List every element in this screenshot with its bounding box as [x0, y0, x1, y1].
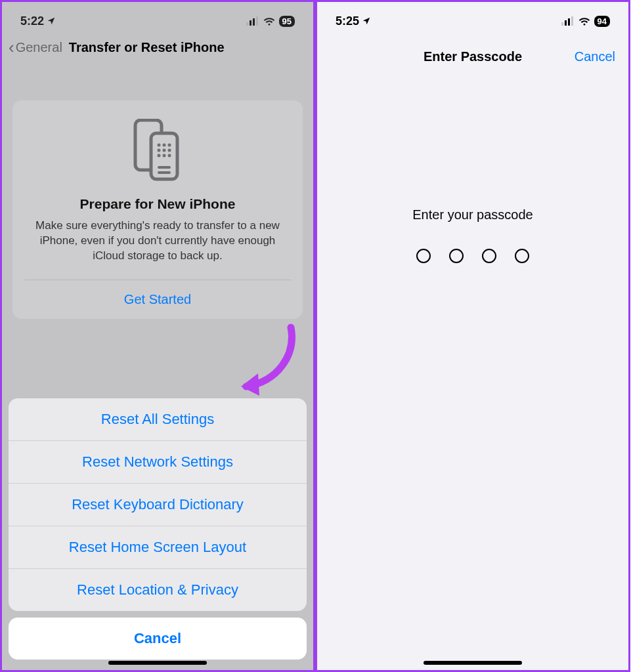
svg-rect-17	[561, 22, 563, 26]
wifi-icon	[578, 16, 590, 26]
back-chevron-icon[interactable]: ‹	[9, 39, 14, 56]
transfer-phones-icon	[131, 119, 184, 182]
get-started-button[interactable]: Get Started	[24, 280, 291, 319]
navigation-bar: ‹ General Transfer or Reset iPhone	[2, 35, 313, 64]
status-time: 5:22	[20, 14, 44, 28]
passcode-dot-4	[515, 249, 529, 263]
passcode-dots	[317, 249, 628, 263]
svg-point-8	[168, 144, 171, 147]
svg-point-11	[168, 149, 171, 152]
passcode-title: Enter Passcode	[424, 49, 522, 64]
wifi-icon	[263, 16, 275, 26]
reset-network-settings-option[interactable]: Reset Network Settings	[9, 440, 307, 483]
reset-home-screen-layout-option[interactable]: Reset Home Screen Layout	[9, 526, 307, 568]
screenshot-left: 5:22 95 ‹ General Transfer or Reset iPho…	[0, 0, 315, 672]
reset-all-settings-option[interactable]: Reset All Settings	[9, 398, 307, 440]
cellular-icon	[561, 16, 575, 26]
passcode-prompt: Enter your passcode	[317, 207, 628, 222]
card-title: Prepare for New iPhone	[24, 196, 291, 212]
cellular-icon	[246, 16, 259, 26]
passcode-dot-2	[449, 249, 464, 263]
home-indicator[interactable]	[108, 661, 207, 665]
status-indicators: 94	[561, 16, 610, 27]
battery-badge: 94	[594, 16, 610, 27]
sheet-options-group: Reset All Settings Reset Network Setting…	[9, 398, 307, 611]
annotation-arrow-icon	[232, 322, 304, 401]
status-time-group: 5:22	[20, 14, 56, 28]
svg-rect-2	[253, 18, 255, 26]
battery-badge: 95	[279, 16, 295, 27]
svg-rect-16	[158, 171, 171, 174]
svg-point-13	[163, 154, 166, 158]
passcode-dot-1	[416, 249, 431, 263]
status-bar: 5:22 95	[2, 2, 313, 35]
cancel-button[interactable]: Cancel	[9, 618, 307, 660]
home-indicator[interactable]	[424, 661, 522, 665]
svg-rect-20	[571, 16, 573, 26]
location-icon	[47, 16, 56, 26]
passcode-header: Enter Passcode Cancel	[317, 35, 628, 79]
svg-rect-18	[565, 20, 567, 26]
status-time: 5:25	[336, 14, 359, 28]
svg-rect-19	[568, 18, 570, 26]
svg-point-7	[163, 144, 166, 147]
status-indicators: 95	[246, 16, 295, 27]
svg-rect-15	[158, 166, 171, 169]
passcode-dot-3	[482, 249, 496, 263]
svg-rect-3	[256, 16, 258, 26]
status-time-group: 5:25	[336, 14, 371, 28]
svg-point-10	[163, 149, 166, 152]
page-title: Transfer or Reset iPhone	[69, 40, 225, 55]
cancel-button[interactable]: Cancel	[575, 49, 615, 64]
reset-keyboard-dictionary-option[interactable]: Reset Keyboard Dictionary	[9, 483, 307, 526]
status-bar: 5:25 94	[317, 2, 628, 35]
svg-rect-0	[246, 22, 248, 26]
svg-point-6	[158, 144, 161, 147]
svg-rect-1	[250, 20, 251, 26]
prepare-card: Prepare for New iPhone Make sure everyth…	[12, 100, 303, 319]
svg-point-12	[158, 154, 161, 158]
svg-point-14	[168, 154, 171, 158]
svg-point-9	[158, 149, 161, 152]
back-button-label[interactable]: General	[16, 40, 62, 55]
location-icon	[362, 16, 371, 26]
screenshot-right: 5:25 94 Enter Passcode Cancel Enter your…	[315, 0, 630, 672]
card-body: Make sure everything's ready to transfer…	[24, 219, 291, 280]
reset-location-privacy-option[interactable]: Reset Location & Privacy	[9, 568, 307, 611]
action-sheet: Reset All Settings Reset Network Setting…	[9, 398, 307, 660]
